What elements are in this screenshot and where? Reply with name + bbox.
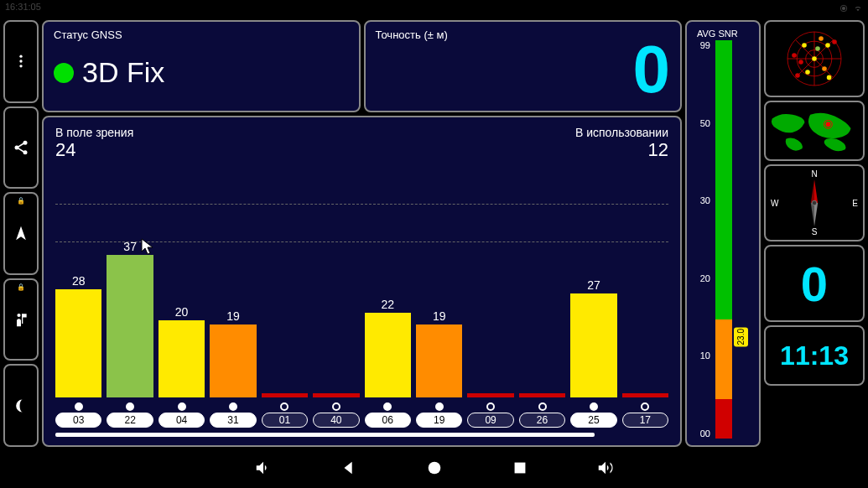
volume-icon — [254, 459, 273, 477]
bar-value: 27 — [587, 278, 600, 292]
svg-point-17 — [819, 36, 824, 41]
satellite-label-slot: 19 — [416, 399, 462, 428]
bar-rect — [159, 320, 205, 397]
snr-title: AVG SNR — [697, 29, 738, 39]
compass-button[interactable]: N S E W — [764, 164, 865, 241]
gnss-status-value: 3D Fix — [82, 56, 164, 89]
satellite-id-pill: 31 — [210, 413, 256, 428]
bar-rect — [622, 393, 668, 397]
satellite-id-pill: 04 — [159, 413, 205, 428]
satellite-id-pill: 03 — [55, 413, 101, 428]
sat-used-dot-icon — [126, 402, 134, 411]
night-mode-button[interactable] — [3, 364, 39, 447]
counter-panel[interactable]: 0 — [764, 245, 865, 322]
bar-rect — [55, 289, 101, 397]
snr-tick: 00 — [692, 428, 710, 439]
bar-rect — [262, 393, 308, 397]
svg-point-0 — [842, 7, 845, 10]
recents-button[interactable] — [511, 459, 529, 480]
satellite-bar — [519, 393, 565, 397]
sat-used-dot-icon — [641, 402, 649, 411]
satellite-bar — [262, 393, 308, 397]
chart-scrollbar[interactable] — [55, 433, 595, 437]
bar-value: 19 — [433, 309, 446, 323]
menu-button[interactable] — [3, 20, 39, 103]
person-flag-icon — [13, 311, 29, 328]
snr-ticks: 995030201000 — [692, 40, 714, 439]
snr-tick: 99 — [692, 40, 710, 50]
right-sidebar: N S E W 0 11:13 — [764, 20, 865, 447]
svg-point-28 — [826, 122, 831, 127]
bar-rect — [570, 293, 616, 397]
accuracy-panel[interactable]: Точность (± м) 0 — [364, 20, 683, 112]
navigation-button[interactable]: 🔒 — [3, 192, 39, 275]
bar-value: 22 — [381, 298, 394, 311]
satellite-label-slot: 17 — [622, 399, 668, 428]
svg-point-27 — [792, 53, 797, 58]
sat-used-dot-icon — [590, 402, 598, 411]
satellite-bar: 19 — [416, 309, 462, 397]
satellite-chart-panel[interactable]: В поле зрения 24 В использовании 12 2837… — [42, 116, 682, 447]
skyplot-button[interactable] — [764, 20, 865, 97]
home-button[interactable] — [425, 459, 444, 480]
satellite-label-slot: 31 — [210, 399, 256, 428]
statusbar-icons — [839, 2, 863, 15]
share-button[interactable] — [3, 106, 39, 189]
svg-point-23 — [822, 66, 827, 71]
snr-panel[interactable]: AVG SNR 995030201000 23.0 — [685, 20, 761, 447]
clock-value: 11:13 — [780, 340, 849, 371]
satellite-id-pill: 17 — [622, 413, 668, 428]
in-view-count: 24 — [55, 139, 133, 161]
svg-point-25 — [827, 75, 832, 80]
satellite-id-pill: 09 — [467, 413, 513, 428]
svg-point-4 — [19, 65, 22, 67]
wifi-icon — [853, 4, 863, 13]
satellite-id-pill: 06 — [365, 413, 411, 428]
sat-used-dot-icon — [332, 402, 340, 411]
left-sidebar: 🔒 🔒 — [3, 20, 39, 447]
satellite-label-slot: 09 — [467, 399, 513, 428]
more-vert-icon — [13, 53, 29, 70]
clock-panel[interactable]: 11:13 — [764, 325, 865, 386]
bar-rect — [467, 393, 513, 397]
sat-used-dot-icon — [280, 402, 288, 411]
sat-used-dot-icon — [75, 402, 83, 411]
satellite-id-pill: 40 — [313, 413, 359, 428]
svg-point-24 — [795, 73, 800, 78]
satellite-label-slot: 25 — [570, 399, 616, 428]
gnss-status-panel[interactable]: Статус GNSS 3D Fix — [42, 20, 361, 112]
svg-point-30 — [812, 200, 817, 205]
svg-point-3 — [19, 60, 22, 63]
worldmap-button[interactable] — [764, 101, 865, 161]
compass-n: N — [811, 169, 817, 179]
satellite-bar: 28 — [55, 274, 101, 397]
svg-point-26 — [815, 46, 820, 51]
back-button[interactable] — [340, 459, 358, 480]
compass-needle-icon — [785, 174, 844, 232]
sat-used-dot-icon — [229, 402, 237, 411]
satellite-label-slot: 01 — [262, 399, 308, 428]
statusbar-time: 16:31:05 — [5, 2, 41, 15]
svg-point-31 — [428, 461, 440, 474]
snr-tick: 50 — [692, 118, 710, 128]
svg-rect-32 — [514, 462, 525, 473]
satellite-id-pill: 25 — [570, 413, 616, 428]
chart-area: 28372019221927 032204310140061909262517 — [55, 168, 668, 428]
bar-rect — [416, 324, 462, 397]
volume-up-button[interactable] — [596, 459, 615, 480]
status-dot-icon — [54, 63, 74, 83]
bar-rect — [313, 393, 359, 397]
satellite-bar: 22 — [365, 298, 411, 397]
satellite-label-slot: 40 — [313, 399, 359, 428]
satellite-bar — [622, 393, 668, 397]
volume-down-button[interactable] — [254, 459, 273, 480]
bar-rect — [210, 324, 256, 397]
bar-value: 20 — [175, 305, 189, 319]
svg-point-2 — [19, 55, 22, 58]
world-map-icon — [766, 106, 863, 156]
waypoint-button[interactable]: 🔒 — [3, 278, 39, 361]
satellite-bar — [467, 393, 513, 397]
android-navbar — [0, 450, 868, 488]
satellite-id-pill: 26 — [519, 413, 565, 428]
moon-icon — [13, 397, 29, 414]
